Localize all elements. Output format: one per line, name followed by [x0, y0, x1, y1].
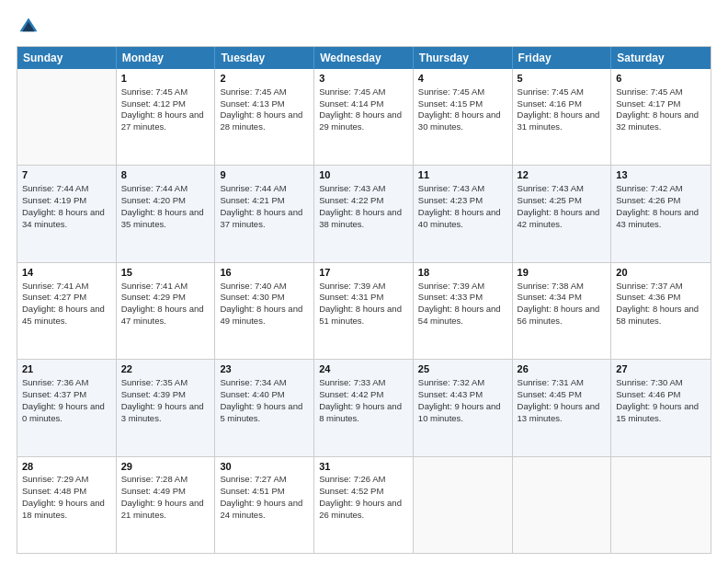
sunset-text: Sunset: 4:20 PM: [121, 195, 210, 207]
day-number: 30: [220, 460, 309, 474]
sunrise-text: Sunrise: 7:45 AM: [121, 86, 210, 98]
day-number: 24: [319, 362, 408, 376]
sunrise-text: Sunrise: 7:29 AM: [22, 474, 111, 486]
day-number: 6: [616, 72, 706, 86]
daylight-text: Daylight: 8 hours and 56 minutes.: [518, 304, 607, 327]
sunrise-text: Sunrise: 7:42 AM: [616, 183, 706, 195]
daylight-text: Daylight: 8 hours and 37 minutes.: [220, 207, 309, 231]
daylight-text: Daylight: 8 hours and 47 minutes.: [121, 304, 210, 327]
sunset-text: Sunset: 4:34 PM: [518, 292, 607, 304]
sunset-text: Sunset: 4:36 PM: [616, 292, 706, 304]
cal-cell-4-6: [611, 457, 711, 553]
calendar-header: SundayMondayTuesdayWednesdayThursdayFrid…: [17, 47, 711, 69]
daylight-text: Daylight: 9 hours and 24 minutes.: [220, 498, 309, 522]
cal-cell-3-6: 27Sunrise: 7:30 AMSunset: 4:46 PMDayligh…: [611, 360, 711, 455]
sunset-text: Sunset: 4:42 PM: [319, 389, 408, 401]
day-number: 3: [319, 72, 408, 86]
sunrise-text: Sunrise: 7:44 AM: [220, 183, 309, 195]
page: SundayMondayTuesdayWednesdayThursdayFrid…: [0, 0, 728, 563]
sunset-text: Sunset: 4:48 PM: [22, 486, 111, 498]
day-number: 13: [616, 168, 706, 182]
cal-cell-0-3: 3Sunrise: 7:45 AMSunset: 4:14 PMDaylight…: [314, 69, 414, 165]
day-number: 16: [220, 266, 309, 280]
header: [17, 17, 711, 37]
sunrise-text: Sunrise: 7:35 AM: [121, 377, 210, 389]
day-number: 5: [518, 72, 607, 86]
cal-cell-2-2: 16Sunrise: 7:40 AMSunset: 4:30 PMDayligh…: [215, 263, 314, 359]
sunset-text: Sunset: 4:39 PM: [121, 389, 210, 401]
sunrise-text: Sunrise: 7:30 AM: [616, 377, 706, 389]
sunrise-text: Sunrise: 7:43 AM: [319, 183, 408, 195]
calendar-week-3: 21Sunrise: 7:36 AMSunset: 4:37 PMDayligh…: [17, 359, 711, 455]
day-number: 9: [220, 168, 309, 182]
daylight-text: Daylight: 9 hours and 0 minutes.: [22, 401, 111, 425]
daylight-text: Daylight: 8 hours and 38 minutes.: [319, 207, 408, 231]
cal-cell-2-6: 20Sunrise: 7:37 AMSunset: 4:36 PMDayligh…: [611, 263, 711, 359]
cal-cell-4-4: [414, 457, 513, 553]
logo: [17, 17, 39, 37]
cal-cell-0-6: 6Sunrise: 7:45 AMSunset: 4:17 PMDaylight…: [611, 69, 711, 165]
cal-cell-4-1: 29Sunrise: 7:28 AMSunset: 4:49 PMDayligh…: [117, 457, 216, 553]
cal-cell-3-1: 22Sunrise: 7:35 AMSunset: 4:39 PMDayligh…: [117, 360, 216, 455]
calendar-week-0: 1Sunrise: 7:45 AMSunset: 4:12 PMDaylight…: [17, 69, 711, 165]
sunrise-text: Sunrise: 7:41 AM: [22, 281, 111, 293]
sunset-text: Sunset: 4:21 PM: [220, 195, 309, 207]
sunrise-text: Sunrise: 7:45 AM: [418, 86, 507, 98]
cal-cell-2-0: 14Sunrise: 7:41 AMSunset: 4:27 PMDayligh…: [17, 263, 117, 359]
sunset-text: Sunset: 4:13 PM: [220, 98, 309, 110]
calendar: SundayMondayTuesdayWednesdayThursdayFrid…: [17, 46, 711, 554]
sunset-text: Sunset: 4:17 PM: [616, 98, 706, 110]
daylight-text: Daylight: 8 hours and 30 minutes.: [418, 109, 507, 133]
sunrise-text: Sunrise: 7:40 AM: [220, 281, 309, 293]
day-number: 23: [220, 362, 309, 376]
cal-cell-1-5: 12Sunrise: 7:43 AMSunset: 4:25 PMDayligh…: [513, 166, 612, 261]
day-number: 22: [121, 362, 210, 376]
sunset-text: Sunset: 4:51 PM: [220, 486, 309, 498]
sunrise-text: Sunrise: 7:27 AM: [220, 474, 309, 486]
sunset-text: Sunset: 4:30 PM: [220, 292, 309, 304]
day-number: 2: [220, 72, 309, 86]
daylight-text: Daylight: 9 hours and 15 minutes.: [616, 401, 706, 425]
daylight-text: Daylight: 9 hours and 26 minutes.: [319, 498, 408, 522]
sunset-text: Sunset: 4:25 PM: [518, 195, 607, 207]
sunset-text: Sunset: 4:19 PM: [22, 195, 111, 207]
sunrise-text: Sunrise: 7:31 AM: [518, 377, 607, 389]
sunset-text: Sunset: 4:29 PM: [121, 292, 210, 304]
cal-cell-0-4: 4Sunrise: 7:45 AMSunset: 4:15 PMDaylight…: [414, 69, 513, 165]
sunset-text: Sunset: 4:22 PM: [319, 195, 408, 207]
cal-cell-4-0: 28Sunrise: 7:29 AMSunset: 4:48 PMDayligh…: [17, 457, 117, 553]
cal-cell-0-2: 2Sunrise: 7:45 AMSunset: 4:13 PMDaylight…: [215, 69, 314, 165]
daylight-text: Daylight: 8 hours and 54 minutes.: [418, 304, 507, 327]
sunset-text: Sunset: 4:49 PM: [121, 486, 210, 498]
cal-cell-4-5: [513, 457, 612, 553]
sunrise-text: Sunrise: 7:43 AM: [418, 183, 507, 195]
calendar-week-1: 7Sunrise: 7:44 AMSunset: 4:19 PMDaylight…: [17, 165, 711, 261]
daylight-text: Daylight: 8 hours and 31 minutes.: [518, 109, 607, 133]
cal-cell-3-2: 23Sunrise: 7:34 AMSunset: 4:40 PMDayligh…: [215, 360, 314, 455]
day-number: 7: [22, 168, 111, 182]
sunset-text: Sunset: 4:52 PM: [319, 486, 408, 498]
sunset-text: Sunset: 4:15 PM: [418, 98, 507, 110]
cal-cell-3-4: 25Sunrise: 7:32 AMSunset: 4:43 PMDayligh…: [414, 360, 513, 455]
cal-cell-2-5: 19Sunrise: 7:38 AMSunset: 4:34 PMDayligh…: [513, 263, 612, 359]
day-number: 21: [22, 362, 111, 376]
sunrise-text: Sunrise: 7:38 AM: [518, 281, 607, 293]
daylight-text: Daylight: 9 hours and 5 minutes.: [220, 401, 309, 425]
daylight-text: Daylight: 8 hours and 29 minutes.: [319, 109, 408, 133]
header-day-tuesday: Tuesday: [215, 47, 314, 69]
day-number: 17: [319, 266, 408, 280]
cal-cell-1-3: 10Sunrise: 7:43 AMSunset: 4:22 PMDayligh…: [314, 166, 414, 261]
calendar-body: 1Sunrise: 7:45 AMSunset: 4:12 PMDaylight…: [17, 69, 711, 553]
sunrise-text: Sunrise: 7:44 AM: [22, 183, 111, 195]
cal-cell-3-5: 26Sunrise: 7:31 AMSunset: 4:45 PMDayligh…: [513, 360, 612, 455]
calendar-week-4: 28Sunrise: 7:29 AMSunset: 4:48 PMDayligh…: [17, 456, 711, 553]
daylight-text: Daylight: 8 hours and 27 minutes.: [121, 109, 210, 133]
daylight-text: Daylight: 9 hours and 18 minutes.: [22, 498, 111, 522]
day-number: 31: [319, 460, 408, 474]
sunset-text: Sunset: 4:45 PM: [518, 389, 607, 401]
sunset-text: Sunset: 4:14 PM: [319, 98, 408, 110]
header-day-thursday: Thursday: [414, 47, 513, 69]
daylight-text: Daylight: 8 hours and 28 minutes.: [220, 109, 309, 133]
sunrise-text: Sunrise: 7:39 AM: [418, 281, 507, 293]
daylight-text: Daylight: 8 hours and 51 minutes.: [319, 304, 408, 327]
